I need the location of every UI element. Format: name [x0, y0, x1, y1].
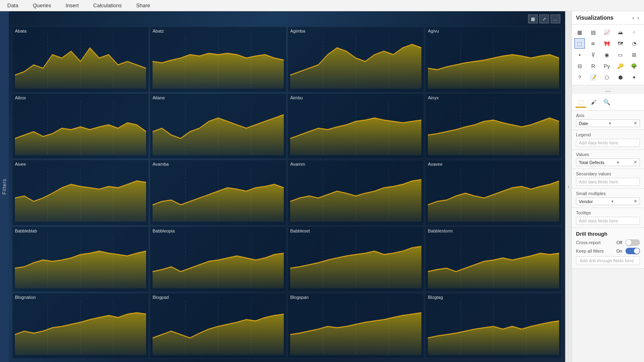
- viz-icon-python[interactable]: Py: [602, 61, 612, 71]
- chart-cell-title: Aimbu: [290, 95, 421, 100]
- chart-cell[interactable]: Babbleopia: [150, 226, 287, 292]
- axis-value: Date: [579, 121, 588, 126]
- viz-icon-area-chart[interactable]: ⛰: [615, 27, 625, 37]
- viz-icon-table[interactable]: ⊞: [629, 49, 639, 60]
- viz-icon-gauge[interactable]: ◉: [602, 49, 612, 60]
- chart-sparkline: [153, 101, 284, 156]
- expand-button[interactable]: ⤢: [539, 14, 549, 23]
- viz-icon-bar-chart[interactable]: ▦: [574, 27, 585, 37]
- viz-icon-pie[interactable]: ◔: [629, 38, 639, 49]
- chart-cell-title: Blogtag: [428, 295, 559, 300]
- chart-sparkline: [290, 167, 421, 222]
- viz-panel-title: Visualizations: [576, 14, 613, 21]
- chart-sparkline: [15, 34, 146, 89]
- chart-cell-title: Aibox: [15, 95, 146, 100]
- viz-icon-waterfall[interactable]: ≋: [588, 38, 599, 49]
- chart-cell-title: Abata: [15, 29, 146, 33]
- collapse-arrow[interactable]: ‹: [565, 11, 572, 362]
- viz-nav: ‹ ›: [632, 14, 640, 21]
- chart-cell[interactable]: Blognation: [12, 293, 149, 359]
- viz-more[interactable]: …: [572, 85, 644, 94]
- chart-sparkline: [428, 34, 559, 89]
- chart-cell[interactable]: Ainyx: [425, 93, 562, 159]
- chart-cell[interactable]: Babblestorm: [425, 226, 562, 292]
- viz-icon-qa[interactable]: ?: [574, 72, 585, 82]
- chart-sparkline: [153, 234, 284, 289]
- chart-cell[interactable]: Blogtag: [425, 293, 562, 359]
- chart-cell[interactable]: Aibox: [12, 93, 149, 159]
- viz-icon-custom1[interactable]: ⬡: [602, 72, 612, 82]
- add-drill-fields-button[interactable]: Add drill-through fields here: [576, 256, 640, 265]
- legend-section: Legend Add data fields here: [572, 130, 644, 150]
- values-clear[interactable]: ✕: [634, 160, 637, 165]
- menu-share[interactable]: Share: [129, 2, 157, 8]
- viz-subtab-format[interactable]: 🖌: [588, 97, 599, 108]
- filters-label: Filters: [2, 179, 7, 195]
- viz-icon-r-visual[interactable]: R: [588, 61, 599, 71]
- viz-icon-card[interactable]: ▭: [615, 49, 625, 60]
- axis-clear[interactable]: ✕: [634, 121, 637, 126]
- more-button[interactable]: …: [551, 14, 560, 23]
- cross-report-toggle[interactable]: [625, 239, 640, 246]
- chart-cell-title: Ainyx: [428, 95, 559, 100]
- menu-calculations[interactable]: Calculations: [86, 2, 129, 8]
- chart-cell[interactable]: Babbleset: [287, 226, 424, 292]
- small-multiples-section: Small multiples Vendor ▾ ✕: [572, 189, 644, 208]
- chart-cell[interactable]: Aimbu: [287, 93, 424, 159]
- chart-cell[interactable]: Aivee: [12, 160, 149, 226]
- chart-cell[interactable]: Agivu: [425, 27, 562, 93]
- viz-icon-matrix[interactable]: ⊟: [574, 61, 585, 71]
- chart-cell[interactable]: Abatz: [150, 27, 287, 93]
- viz-subtab-analytics[interactable]: 🔍: [601, 97, 612, 108]
- small-multiples-dropdown[interactable]: Vendor ▾ ✕: [576, 197, 640, 205]
- menu-bar: Data Queries Insert Calculations Share: [0, 0, 644, 11]
- chart-cell[interactable]: Abata: [12, 27, 149, 93]
- tooltips-empty[interactable]: Add data fields here: [576, 217, 640, 225]
- viz-icon-small-multiples[interactable]: ⬚: [574, 38, 585, 49]
- values-dropdown[interactable]: Total Defects ▾ ✕: [576, 158, 640, 166]
- filter-button[interactable]: ▦: [528, 14, 538, 23]
- chart-cell[interactable]: Avavee: [425, 160, 562, 226]
- viz-icon-grid: ▦ ▤ 📈 ⛰ ⁘ ⬚ ≋ 🎀 🗺 ◔ ▪ ⊽ ◉ ▭ ⊞ ⊟ R Py 🔑 🌳…: [572, 25, 644, 85]
- chart-cell[interactable]: Blogspan: [287, 293, 424, 359]
- viz-icon-scatter[interactable]: ⁘: [629, 27, 639, 37]
- keep-filters-toggle[interactable]: [625, 248, 640, 254]
- viz-subtabs: ⬚ 🖌 🔍: [572, 94, 644, 111]
- secondary-values-empty[interactable]: Add data fields here: [576, 178, 640, 186]
- legend-empty[interactable]: Add data fields here: [576, 139, 640, 147]
- chart-cell-title: Babbleopia: [153, 228, 284, 233]
- viz-nav-prev[interactable]: ‹: [632, 14, 635, 21]
- viz-icon-ribbon[interactable]: 🎀: [602, 38, 612, 49]
- axis-dropdown[interactable]: Date ▾ ✕: [576, 119, 640, 127]
- chart-cell[interactable]: Avamm: [287, 160, 424, 226]
- viz-icon-decomp-tree[interactable]: 🌳: [629, 61, 639, 71]
- viz-icon-map[interactable]: 🗺: [615, 38, 625, 49]
- chart-cell[interactable]: Blogpad: [150, 293, 287, 359]
- small-multiples-clear[interactable]: ✕: [634, 199, 637, 204]
- keep-filters-row: Keep all filters On: [576, 248, 640, 254]
- keep-filters-value: On: [616, 249, 622, 253]
- axis-label: Axis: [576, 113, 640, 118]
- viz-icon-line-chart[interactable]: 📈: [602, 27, 612, 37]
- menu-data[interactable]: Data: [0, 2, 25, 8]
- viz-icon-funnel[interactable]: ⊽: [588, 49, 599, 60]
- values-value: Total Defects: [579, 160, 605, 165]
- chart-cell-title: Agimba: [290, 29, 421, 33]
- chart-cell[interactable]: Agimba: [287, 27, 424, 93]
- viz-nav-next[interactable]: ›: [636, 14, 640, 21]
- chart-cell[interactable]: Ailane: [150, 93, 287, 159]
- viz-icon-smart-narrative[interactable]: 📝: [588, 72, 599, 82]
- viz-icon-treemap[interactable]: ▪: [574, 49, 585, 60]
- menu-insert[interactable]: Insert: [58, 2, 86, 8]
- chart-cell[interactable]: Babbleblab: [12, 226, 149, 292]
- menu-queries[interactable]: Queries: [25, 2, 58, 8]
- chart-cell-title: Ailane: [153, 95, 284, 100]
- viz-icon-key-influencers[interactable]: 🔑: [615, 61, 625, 71]
- viz-icon-custom3[interactable]: ✦: [629, 72, 639, 82]
- axis-section: Axis Date ▾ ✕: [572, 111, 644, 130]
- viz-icon-stacked-bar[interactable]: ▤: [588, 27, 599, 37]
- viz-subtab-fields[interactable]: ⬚: [575, 97, 586, 108]
- chart-cell[interactable]: Avamba: [150, 160, 287, 226]
- viz-icon-custom2[interactable]: ⬢: [615, 72, 625, 82]
- chart-cell-title: Avamba: [153, 162, 284, 167]
